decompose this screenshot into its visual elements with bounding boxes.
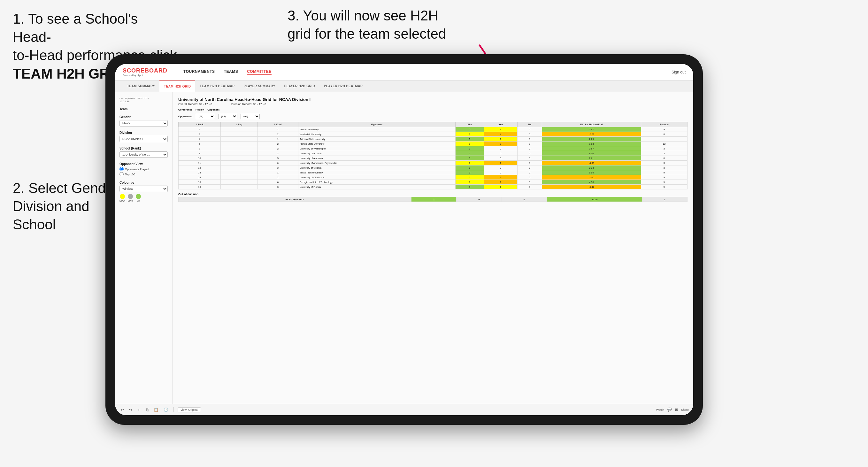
cell-conf: 1 [257, 137, 298, 142]
school-select[interactable]: 1. University of Nort... [120, 151, 168, 158]
cell-rounds: 3 [641, 146, 687, 151]
cell-opponent: Texas Tech University [298, 170, 455, 175]
cell-reg [221, 161, 258, 165]
region-filter-label: Region [195, 108, 204, 111]
table-row: 6 2 Florida State University 1 2 0 1.83 … [179, 142, 687, 146]
watch-btn[interactable]: Watch [656, 408, 664, 411]
cell-loss: 0 [484, 151, 517, 156]
cell-rounds: 9 [641, 127, 687, 132]
subnav-player-summary[interactable]: PLAYER SUMMARY [239, 81, 280, 92]
region-select[interactable]: (All) [218, 114, 237, 119]
cell-opponent: University of Arkansas, Fayetteville [298, 161, 455, 165]
table-row: 13 1 Texas Tech University 3 0 0 5.56 9 [179, 170, 687, 175]
cell-opponent: University of Alabama [298, 156, 455, 161]
out-division-table: NCAA Division II 1 0 0 26.00 3 [178, 197, 687, 202]
tablet-frame: SCOREBOARD Powered by clippi TOURNAMENTS… [105, 54, 703, 425]
out-division-win: 1 [411, 197, 457, 202]
division-label: Division [120, 131, 168, 134]
swatch-up [136, 194, 141, 199]
out-division-diff: 26.00 [547, 197, 642, 202]
radio-top100[interactable]: Top 100 [120, 172, 168, 176]
cell-conf: 6 [257, 161, 298, 165]
radio-group: Opponents Played Top 100 [120, 167, 168, 176]
colour-by-select[interactable]: Win/loss [120, 186, 168, 192]
grid-title: University of North Carolina Head-to-Hea… [178, 97, 687, 102]
overall-record: Overall Record: 89 - 17 - 0 [178, 102, 212, 106]
cell-conf: 2 [257, 175, 298, 180]
out-division-loss: 0 [457, 197, 502, 202]
subnav-team-h2h-heatmap[interactable]: TEAM H2H HEATMAP [195, 81, 239, 92]
view-original-btn[interactable]: View: Original [178, 407, 201, 412]
swatch-down [120, 194, 125, 199]
undo-btn[interactable]: ↩ [120, 407, 125, 413]
cell-rank: 6 [179, 142, 221, 146]
opponent-view-label: Opponent View [120, 162, 168, 166]
cell-reg [221, 156, 258, 161]
sign-out[interactable]: Sign out [672, 70, 686, 74]
cell-reg [221, 142, 258, 146]
redo-btn[interactable]: ↪ [128, 407, 133, 413]
school-label: School (Rank) [120, 147, 168, 150]
cell-rank: 14 [179, 175, 221, 180]
nav-tournaments[interactable]: TOURNAMENTS [183, 69, 215, 75]
nav-teams[interactable]: TEAMS [224, 69, 238, 75]
cell-diff: 5.56 [542, 170, 641, 175]
cell-tie: 0 [517, 142, 542, 146]
table-row: 2 1 Auburn University 2 1 0 1.67 9 [179, 127, 687, 132]
cell-rank: 9 [179, 151, 221, 156]
gender-select[interactable]: Men's Women's [120, 120, 168, 126]
subnav-player-h2h-heatmap[interactable]: PLAYER H2H HEATMAP [319, 81, 367, 92]
cell-reg [221, 146, 258, 151]
cell-tie: 0 [517, 170, 542, 175]
cell-win: 1 [456, 165, 484, 170]
col-rounds: Rounds [641, 122, 687, 127]
cell-loss: 0 [484, 165, 517, 170]
subnav-player-h2h-grid[interactable]: PLAYER H2H GRID [280, 81, 319, 92]
opponent-select[interactable]: (All) [241, 114, 260, 119]
cell-loss: 2 [484, 142, 517, 146]
col-loss: Loss [484, 122, 517, 127]
cell-tie: 0 [517, 156, 542, 161]
cell-rounds: 3 [641, 161, 687, 165]
cell-tie: 0 [517, 161, 542, 165]
copy-btn[interactable]: ⎘ [145, 407, 150, 413]
division-select[interactable]: NCAA Division I NCAA Division II NCAA Di… [120, 136, 168, 142]
filter-row: Conference Region Opponent [178, 108, 687, 111]
conference-filter-label: Conference [178, 108, 192, 111]
cell-loss: 2 [484, 175, 517, 180]
table-row: 8 2 University of Washington 1 0 0 3.67 … [179, 146, 687, 151]
cell-rounds: 9 [641, 170, 687, 175]
conference-select[interactable]: (All) [196, 114, 215, 119]
subnav-team-summary[interactable]: TEAM SUMMARY [123, 81, 159, 92]
table-row: 10 5 University of Alabama 3 0 0 2.61 8 [179, 156, 687, 161]
cell-tie: 0 [517, 175, 542, 180]
share-btn[interactable]: Share [681, 408, 689, 411]
cell-win: 1 [456, 151, 484, 156]
cell-rounds: 3 [641, 165, 687, 170]
grid-btn[interactable]: ⊞ [675, 408, 678, 412]
nav-committee[interactable]: COMMITTEE [247, 69, 272, 75]
cell-diff: -6.42 [542, 185, 641, 189]
subnav-team-h2h-grid[interactable]: TEAM H2H GRID [159, 81, 195, 92]
cell-rounds: 12 [641, 142, 687, 146]
cell-opponent: University of Oklahoma [298, 175, 455, 180]
radio-opponents-played[interactable]: Opponents Played [120, 167, 168, 171]
table-row: 16 3 University of Florida 3 1 0 -6.42 9 [179, 185, 687, 189]
comment-btn[interactable]: 💬 [668, 408, 672, 412]
logo: SCOREBOARD Powered by clippi [123, 67, 167, 77]
tablet-screen: SCOREBOARD Powered by clippi TOURNAMENTS… [115, 64, 693, 415]
cell-win: 0 [456, 132, 484, 137]
cell-rounds: 9 [641, 180, 687, 185]
paste-btn[interactable]: 📋 [152, 407, 160, 413]
col-rank: # Rank [179, 122, 221, 127]
clock-btn[interactable]: 🕐 [162, 407, 169, 413]
col-win: Win [456, 122, 484, 127]
cell-rank: 8 [179, 146, 221, 151]
filter-selects-row: Opponents: (All) (All) (All) [178, 114, 687, 119]
back-btn[interactable]: ← [136, 407, 143, 413]
cell-conf: 3 [257, 151, 298, 156]
cell-tie: 0 [517, 185, 542, 189]
col-reg: # Reg [221, 122, 258, 127]
team-label: Team [120, 107, 168, 111]
cell-diff: 9.00 [542, 151, 641, 156]
